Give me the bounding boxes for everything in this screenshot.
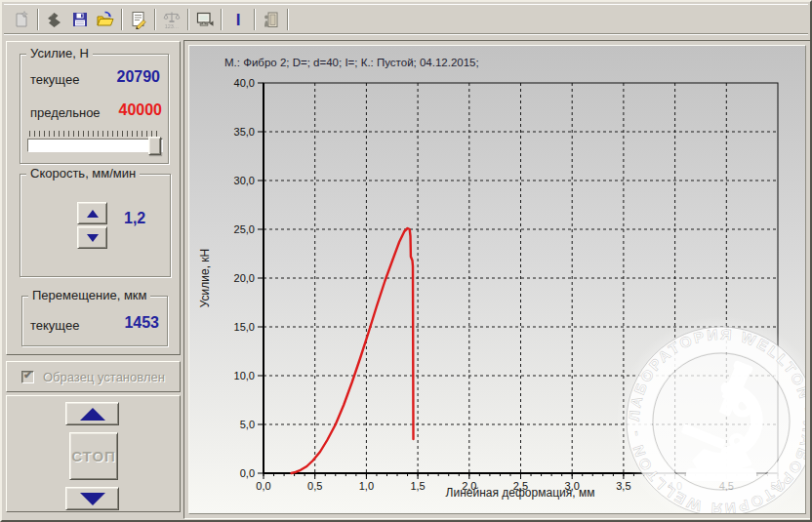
gauges-panel: Усилие, Н текущее 20790 предельное 40000… bbox=[6, 41, 181, 355]
sample-installed-label: Образец установлен bbox=[43, 370, 165, 384]
speed-group-legend: Скорость, мм/мин bbox=[26, 166, 140, 181]
toolbar: 123… I bbox=[4, 4, 808, 34]
clamp-button[interactable] bbox=[42, 7, 67, 31]
slider-track[interactable] bbox=[27, 139, 163, 152]
display-button[interactable] bbox=[192, 7, 218, 31]
open-button[interactable] bbox=[93, 7, 118, 31]
slider-ticks bbox=[29, 131, 161, 137]
speed-up-button[interactable] bbox=[77, 202, 107, 224]
speed-value: 1,2 bbox=[124, 210, 145, 227]
x-tick-label: 2,0 bbox=[462, 480, 476, 492]
force-current-label: текущее bbox=[30, 72, 79, 87]
exit-button[interactable] bbox=[259, 7, 284, 31]
svg-text:I: I bbox=[236, 10, 241, 28]
arrow-down-icon bbox=[87, 234, 99, 242]
displacement-group-legend: Перемещение, мкм bbox=[28, 288, 150, 302]
save-icon bbox=[70, 10, 90, 29]
force-current-value: 20790 bbox=[117, 68, 161, 86]
arrow-up-icon bbox=[80, 408, 105, 421]
speed-group: Скорость, мм/мин 1,2 bbox=[20, 174, 171, 277]
slider-thumb[interactable] bbox=[148, 137, 161, 155]
new-document-icon bbox=[12, 10, 31, 29]
arrow-up-icon bbox=[87, 210, 99, 218]
y-tick-label: 40,0 bbox=[234, 77, 255, 89]
calibration-button[interactable]: 123… bbox=[159, 7, 184, 31]
sample-panel: ✔ Образец установлен bbox=[6, 361, 181, 392]
move-up-button[interactable] bbox=[65, 402, 119, 425]
motion-panel: СТОП bbox=[6, 395, 181, 512]
checkmark-icon: ✔ bbox=[23, 369, 32, 381]
chart-title: М.: Фибро 2; D=; d=40; I=; К.: Пустой; 0… bbox=[224, 57, 479, 68]
calibration-icon: 123… bbox=[162, 10, 182, 29]
chart-container: М.: Фибро 2; D=; d=40; I=; К.: Пустой; 0… bbox=[183, 40, 811, 519]
chart-panel: М.: Фибро 2; D=; d=40; I=; К.: Пустой; 0… bbox=[188, 45, 806, 514]
y-tick-label: 0,0 bbox=[240, 467, 255, 479]
sample-installed-checkbox[interactable]: ✔ bbox=[21, 371, 34, 383]
report-button[interactable] bbox=[126, 7, 151, 31]
y-tick-label: 20,0 bbox=[234, 272, 255, 284]
toolbar-separator bbox=[254, 9, 256, 30]
clamp-icon bbox=[45, 10, 64, 29]
y-tick-label: 5,0 bbox=[240, 419, 255, 430]
y-axis-title: Усилие, кН bbox=[198, 220, 212, 337]
x-tick-label: 2,5 bbox=[513, 480, 528, 492]
y-tick-label: 25,0 bbox=[234, 223, 255, 235]
y-tick-label: 10,0 bbox=[234, 370, 255, 381]
displacement-group: Перемещение, мкм текущее 1453 bbox=[21, 296, 168, 346]
x-tick-label: 1,0 bbox=[359, 480, 374, 492]
move-down-button[interactable] bbox=[65, 487, 119, 510]
toolbar-separator bbox=[187, 9, 189, 30]
toolbar-separator bbox=[37, 9, 39, 30]
monitor-icon bbox=[195, 10, 215, 29]
force-curve bbox=[292, 228, 414, 473]
stop-button[interactable]: СТОП bbox=[69, 432, 118, 480]
force-limit-slider[interactable] bbox=[27, 131, 163, 162]
y-tick-label: 30,0 bbox=[234, 175, 255, 186]
arrow-down-icon bbox=[80, 493, 105, 505]
toolbar-separator bbox=[121, 9, 123, 30]
y-tick-label: 35,0 bbox=[234, 126, 255, 138]
info-button[interactable]: I bbox=[225, 7, 251, 31]
new-test-button[interactable] bbox=[9, 7, 34, 31]
toolbar-separator bbox=[287, 9, 289, 30]
speed-down-button[interactable] bbox=[77, 226, 107, 249]
report-icon bbox=[129, 10, 148, 29]
force-limit-label: предельное bbox=[30, 105, 101, 120]
y-tick-label: 15,0 bbox=[234, 321, 255, 333]
exit-icon bbox=[262, 10, 281, 29]
info-icon: I bbox=[228, 10, 248, 29]
force-group: Усилие, Н текущее 20790 предельное 40000 bbox=[20, 54, 169, 164]
displacement-current-label: текущее bbox=[30, 318, 79, 333]
stop-button-label: СТОП bbox=[71, 448, 116, 464]
app-window: 123… I bbox=[0, 0, 812, 522]
toolbar-separator bbox=[154, 9, 156, 30]
displacement-current-value: 1453 bbox=[124, 314, 159, 332]
x-tick-label: 3,0 bbox=[565, 480, 580, 492]
force-group-legend: Усилие, Н bbox=[26, 46, 93, 60]
open-folder-icon bbox=[96, 10, 115, 29]
force-limit-value: 40000 bbox=[119, 101, 163, 119]
watermark-logo: ЛАБОРАТОРИЯ WELLTON - ЛАБОРАТОРИЯ WELLTO… bbox=[612, 312, 806, 514]
x-tick-label: 0,0 bbox=[256, 480, 270, 492]
x-tick-label: 0,5 bbox=[307, 480, 322, 492]
toolbar-separator bbox=[221, 9, 223, 30]
svg-text:123…: 123… bbox=[165, 22, 180, 28]
save-button[interactable] bbox=[67, 7, 93, 31]
x-tick-label: 1,5 bbox=[410, 480, 425, 492]
